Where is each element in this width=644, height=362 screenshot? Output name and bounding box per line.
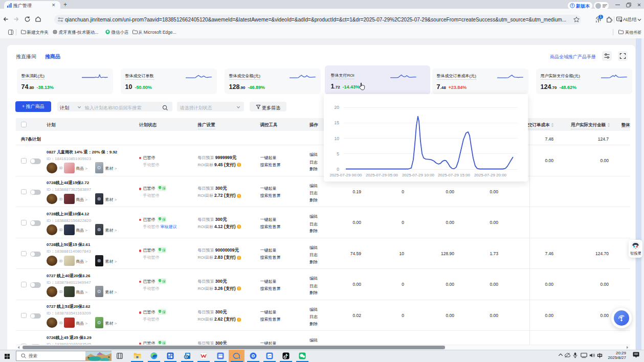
svg-text:保: 保 — [162, 310, 166, 314]
svg-text:保: 保 — [162, 248, 166, 253]
svg-text:保: 保 — [162, 186, 166, 191]
svg-text:保: 保 — [162, 217, 166, 222]
svg-text:保: 保 — [162, 279, 166, 284]
